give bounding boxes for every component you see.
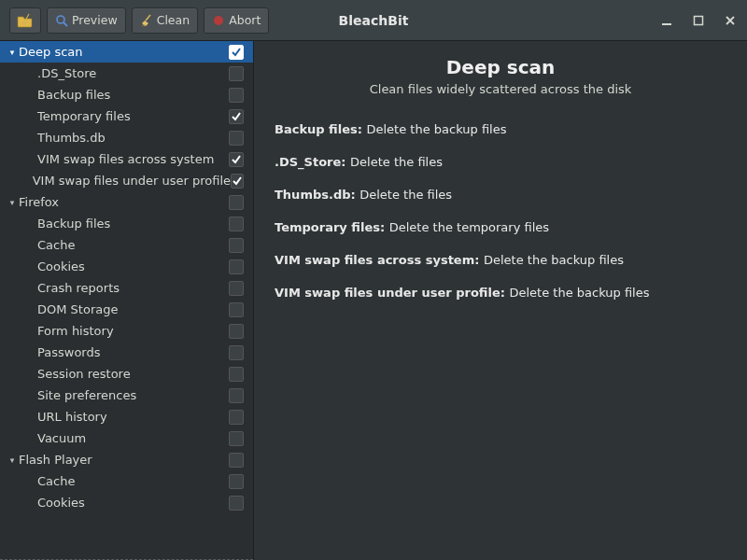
svg-rect-5 — [662, 23, 671, 25]
tree-item[interactable]: Vacuum — [0, 427, 253, 449]
tree-item[interactable]: URL history — [0, 406, 253, 427]
checkbox[interactable] — [229, 324, 244, 339]
description-line: .DS_Store: Delete the files — [275, 155, 726, 169]
tree-item[interactable]: Thumbs.db — [0, 127, 253, 148]
content: ▾Deep scan.DS_StoreBackup filesTemporary… — [0, 41, 747, 560]
tree-item[interactable]: Backup files — [0, 84, 253, 105]
tree-item[interactable]: .DS_Store — [0, 63, 253, 84]
description-line: Temporary files: Delete the temporary fi… — [275, 220, 726, 234]
svg-point-0 — [57, 16, 64, 23]
tree-item-label: VIM swap files under user profile — [33, 174, 231, 188]
description-text: Delete the backup files — [367, 122, 507, 136]
checkbox[interactable] — [229, 109, 244, 124]
checkbox[interactable] — [229, 410, 244, 425]
description-label: VIM swap files under user profile: — [275, 286, 509, 300]
tree-item-label: Thumbs.db — [37, 131, 229, 145]
clean-label: Clean — [157, 13, 190, 27]
detail-title: Deep scan — [275, 56, 726, 78]
chevron-down-icon[interactable]: ▾ — [6, 198, 19, 207]
tree-item-label: Passwords — [37, 345, 229, 359]
tree-item-label: URL history — [37, 410, 229, 424]
svg-point-4 — [214, 16, 223, 25]
checkbox[interactable] — [229, 259, 244, 274]
search-icon — [55, 14, 68, 27]
cleaner-tree[interactable]: ▾Deep scan.DS_StoreBackup filesTemporary… — [0, 41, 254, 560]
description-label: Temporary files: — [275, 220, 389, 234]
tree-item[interactable]: Site preferences — [0, 385, 253, 406]
tree-group-label: Deep scan — [19, 45, 229, 59]
tree-item[interactable]: Crash reports — [0, 277, 253, 299]
titlebar: Preview Clean Abort BleachBit — [0, 0, 747, 41]
description-label: Backup files: — [275, 122, 367, 136]
checkbox[interactable] — [229, 45, 244, 60]
tree-item[interactable]: Passwords — [0, 342, 253, 363]
tree-item-label: Cache — [37, 474, 229, 488]
checkbox[interactable] — [229, 474, 244, 489]
tree-item[interactable]: Cache — [0, 470, 253, 492]
checkbox[interactable] — [229, 431, 244, 446]
app-menu-button[interactable] — [9, 7, 41, 34]
svg-rect-6 — [695, 16, 703, 24]
description-line: Backup files: Delete the backup files — [275, 122, 726, 136]
chevron-down-icon[interactable]: ▾ — [6, 455, 19, 465]
checkbox[interactable] — [229, 345, 244, 360]
description-text: Delete the backup files — [484, 253, 624, 267]
tree-item-label: Vacuum — [37, 431, 229, 445]
clean-button[interactable]: Clean — [132, 7, 198, 34]
checkbox[interactable] — [229, 217, 244, 231]
abort-button[interactable]: Abort — [204, 7, 269, 34]
minimize-button[interactable] — [659, 13, 674, 28]
svg-line-2 — [142, 24, 144, 26]
description-text: Delete the files — [359, 188, 452, 202]
abort-label: Abort — [229, 13, 261, 27]
checkbox[interactable] — [229, 388, 244, 403]
description-text: Delete the temporary files — [389, 220, 549, 234]
description-line: VIM swap files under user profile: Delet… — [275, 286, 726, 300]
checkbox[interactable] — [229, 131, 244, 146]
folder-broom-icon — [17, 13, 34, 28]
tree-item-label: Cookies — [37, 259, 229, 273]
tree-group[interactable]: ▾Flash Player — [0, 449, 253, 470]
checkbox[interactable] — [229, 195, 244, 210]
tree-item-label: Cookies — [37, 496, 229, 510]
checkbox[interactable] — [229, 302, 244, 317]
checkbox[interactable] — [229, 496, 244, 511]
tree-item[interactable]: Cookies — [0, 256, 253, 277]
record-icon — [212, 14, 225, 27]
tree-item[interactable]: Backup files — [0, 213, 253, 234]
tree-item-label: Site preferences — [37, 388, 229, 402]
chevron-down-icon[interactable]: ▾ — [6, 48, 19, 57]
tree-item[interactable]: Form history — [0, 320, 253, 342]
tree-item[interactable]: Cookies — [0, 492, 253, 513]
tree-item-label: DOM Storage — [37, 302, 229, 316]
checkbox[interactable] — [229, 152, 244, 167]
broom-icon — [140, 14, 153, 27]
detail-descriptions: Backup files: Delete the backup files.DS… — [275, 122, 726, 300]
checkbox[interactable] — [229, 66, 244, 81]
tree-item-label: Session restore — [37, 367, 229, 381]
checkbox[interactable] — [229, 238, 244, 253]
description-text: Delete the files — [350, 155, 443, 169]
detail-pane: Deep scan Clean files widely scattered a… — [254, 41, 747, 560]
tree-item-label: Cache — [37, 238, 229, 252]
tree-item[interactable]: VIM swap files across system — [0, 148, 253, 170]
checkbox[interactable] — [229, 281, 244, 296]
preview-button[interactable]: Preview — [47, 7, 126, 34]
checkbox[interactable] — [231, 174, 244, 189]
tree-group[interactable]: ▾Deep scan — [0, 41, 253, 63]
checkbox[interactable] — [229, 453, 244, 468]
preview-label: Preview — [72, 13, 118, 27]
svg-line-1 — [63, 22, 67, 26]
tree-item[interactable]: VIM swap files under user profile — [0, 170, 253, 191]
tree-item[interactable]: Temporary files — [0, 105, 253, 127]
detail-subtitle: Clean files widely scattered across the … — [275, 82, 726, 96]
close-button[interactable] — [723, 13, 738, 28]
checkbox[interactable] — [229, 88, 244, 103]
checkbox[interactable] — [229, 367, 244, 382]
tree-item[interactable]: Session restore — [0, 363, 253, 385]
maximize-button[interactable] — [691, 13, 706, 28]
tree-item[interactable]: Cache — [0, 234, 253, 256]
tree-item[interactable]: DOM Storage — [0, 299, 253, 320]
description-label: Thumbs.db: — [275, 188, 359, 202]
tree-group[interactable]: ▾Firefox — [0, 191, 253, 213]
